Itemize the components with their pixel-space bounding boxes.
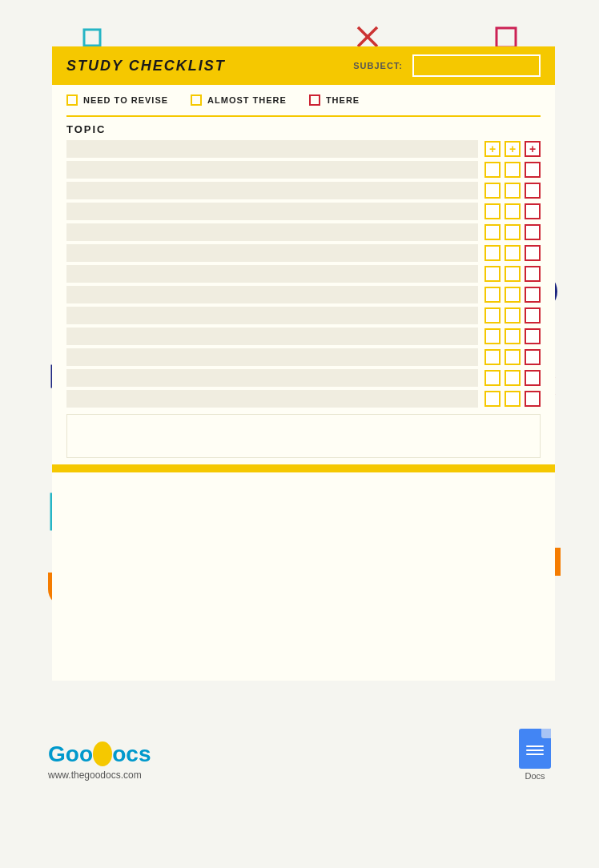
- legend-need-to-revise: NEED TO REVISE: [66, 94, 168, 106]
- table-row: [66, 307, 541, 324]
- legend-checkbox-green: [191, 94, 202, 106]
- table-row: [66, 390, 541, 408]
- checkbox-need-to-revise[interactable]: [484, 183, 501, 199]
- topic-field[interactable]: [66, 244, 478, 262]
- checkbox-almost-there[interactable]: [505, 370, 521, 386]
- docs-icon: [519, 729, 551, 769]
- topic-field[interactable]: [66, 328, 478, 345]
- note-area[interactable]: [66, 414, 541, 458]
- topic-field[interactable]: [66, 286, 478, 303]
- page-wrapper: STUDY CHECKLIST SUBJECT: NEED TO REVISE …: [0, 0, 599, 868]
- logo[interactable]: GooDocs: [48, 741, 151, 767]
- row-checkboxes: [484, 349, 541, 365]
- topic-field[interactable]: [66, 161, 478, 179]
- checkbox-almost-there[interactable]: [505, 328, 521, 344]
- checkbox-there[interactable]: [525, 370, 541, 386]
- checklist-title: STUDY CHECKLIST: [66, 58, 226, 74]
- topic-field[interactable]: [66, 223, 478, 241]
- topic-field[interactable]: [66, 182, 478, 199]
- checkbox-there[interactable]: [525, 183, 541, 199]
- table-row: [66, 328, 541, 345]
- legend-label-2: ALMOST THERE: [207, 95, 287, 105]
- checkbox-almost-there[interactable]: [505, 391, 521, 407]
- checkbox-there[interactable]: +: [525, 141, 541, 157]
- table-row: [66, 244, 541, 262]
- checkbox-there[interactable]: [525, 224, 541, 240]
- checkbox-almost-there[interactable]: [505, 183, 521, 199]
- legend-checkbox-yellow: [66, 94, 78, 106]
- row-checkboxes: [484, 307, 541, 323]
- legend-almost-there: ALMOST THERE: [191, 94, 287, 106]
- checkbox-there[interactable]: [525, 203, 541, 219]
- subject-input[interactable]: [412, 54, 541, 77]
- header-bar: STUDY CHECKLIST SUBJECT:: [52, 46, 555, 85]
- row-checkboxes: [484, 162, 541, 178]
- deco-red-x-top: [356, 26, 379, 48]
- checkbox-need-to-revise[interactable]: [484, 245, 501, 261]
- checkbox-there[interactable]: [525, 287, 541, 303]
- topic-field[interactable]: [66, 203, 478, 220]
- checkbox-almost-there[interactable]: [505, 307, 521, 323]
- topic-field[interactable]: [66, 369, 478, 387]
- subject-label: SUBJECT:: [353, 61, 403, 70]
- row-checkboxes: + + +: [484, 141, 541, 157]
- checkbox-almost-there[interactable]: [505, 287, 521, 303]
- logo-area: GooDocs www.thegoodocs.com: [48, 741, 151, 781]
- document-area: STUDY CHECKLIST SUBJECT: NEED TO REVISE …: [0, 0, 599, 705]
- deco-pink-square-top: [495, 26, 517, 49]
- table-row: + + +: [66, 140, 541, 158]
- checkbox-need-to-revise[interactable]: [484, 162, 501, 178]
- legend-row: NEED TO REVISE ALMOST THERE THERE: [52, 85, 555, 115]
- checkbox-almost-there[interactable]: [505, 162, 521, 178]
- checkbox-there[interactable]: [525, 349, 541, 365]
- checkbox-almost-there[interactable]: [505, 349, 521, 365]
- checkbox-there[interactable]: [525, 245, 541, 261]
- topic-field[interactable]: [66, 265, 478, 283]
- checkbox-need-to-revise[interactable]: [484, 328, 501, 344]
- checkbox-need-to-revise[interactable]: [484, 287, 501, 303]
- checkbox-there[interactable]: [525, 328, 541, 344]
- logo-text: Goo: [48, 741, 93, 766]
- row-checkboxes: [484, 370, 541, 386]
- checkbox-need-to-revise[interactable]: [484, 203, 501, 219]
- legend-there: THERE: [309, 94, 360, 106]
- checkbox-almost-there[interactable]: [505, 266, 521, 282]
- topic-field[interactable]: [66, 348, 478, 366]
- checkbox-need-to-revise[interactable]: [484, 391, 501, 407]
- topic-field[interactable]: [66, 140, 478, 158]
- docs-line-1: [526, 745, 544, 747]
- checkbox-need-to-revise[interactable]: [484, 307, 501, 323]
- checkbox-there[interactable]: [525, 307, 541, 323]
- topic-field[interactable]: [66, 307, 478, 324]
- legend-label-3: THERE: [326, 95, 360, 105]
- checkbox-need-to-revise[interactable]: [484, 224, 501, 240]
- checkbox-need-to-revise[interactable]: +: [484, 141, 501, 157]
- row-checkboxes: [484, 287, 541, 303]
- checkbox-need-to-revise[interactable]: [484, 349, 501, 365]
- svg-rect-3: [496, 28, 516, 47]
- checkbox-almost-there[interactable]: [505, 245, 521, 261]
- svg-rect-0: [84, 30, 100, 46]
- checkbox-there[interactable]: [525, 266, 541, 282]
- row-checkboxes: [484, 203, 541, 219]
- checkbox-there[interactable]: [525, 391, 541, 407]
- docs-line-3: [526, 753, 544, 755]
- docs-icon-lines: [526, 745, 544, 757]
- row-checkboxes: [484, 391, 541, 407]
- website-text: www.thegoodocs.com: [48, 770, 151, 781]
- topic-field[interactable]: [66, 390, 478, 408]
- docs-label: Docs: [525, 771, 545, 781]
- table-row: [66, 182, 541, 199]
- checkbox-almost-there[interactable]: +: [505, 141, 521, 157]
- checkbox-need-to-revise[interactable]: [484, 370, 501, 386]
- table-row: [66, 369, 541, 387]
- deco-cyan-square-top: [82, 28, 102, 47]
- legend-checkbox-red: [309, 94, 320, 106]
- row-checkboxes: [484, 245, 541, 261]
- checkbox-there[interactable]: [525, 162, 541, 178]
- checkbox-almost-there[interactable]: [505, 203, 521, 219]
- checkbox-need-to-revise[interactable]: [484, 266, 501, 282]
- docs-icon-area: Docs: [519, 729, 551, 781]
- checkbox-almost-there[interactable]: [505, 224, 521, 240]
- svg-line-1: [358, 27, 377, 46]
